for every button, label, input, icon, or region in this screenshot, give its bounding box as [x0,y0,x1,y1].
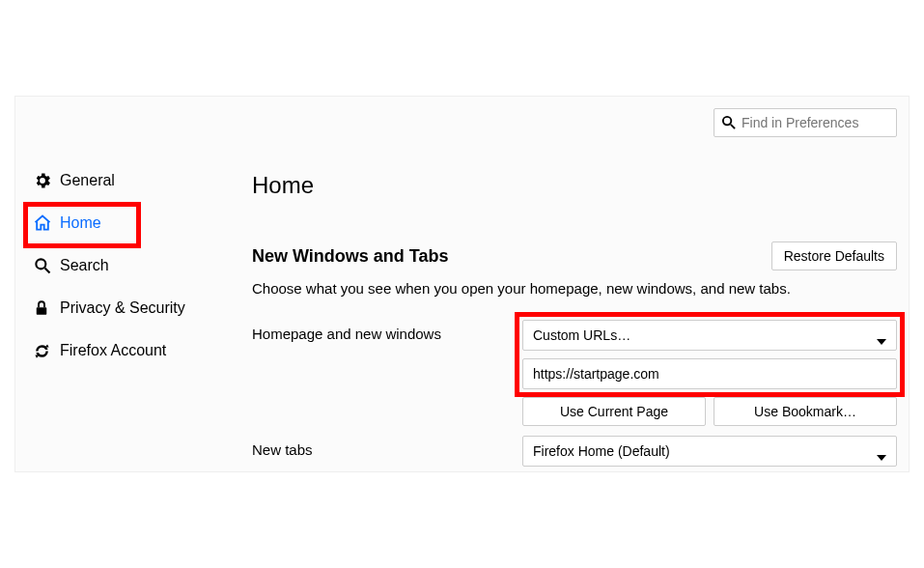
chevron-down-icon [877,332,886,348]
sidebar-item-label: Search [60,257,109,274]
section-heading: New Windows and Tabs [252,246,449,267]
sidebar-item-label: General [60,172,115,189]
use-bookmark-button[interactable]: Use Bookmark… [714,397,897,426]
sidebar-item-home[interactable]: Home [25,202,228,244]
lock-icon [33,299,60,317]
newtabs-label: New tabs [252,436,522,458]
restore-defaults-button[interactable]: Restore Defaults [771,241,897,270]
use-current-page-button[interactable]: Use Current Page [522,397,706,426]
sidebar-item-label: Home [60,214,101,232]
gear-icon [33,171,60,190]
homepage-url-input[interactable] [522,358,897,389]
homepage-select-value: Custom URLs… [533,327,630,343]
search-wrap [714,108,897,137]
search-icon [721,115,736,133]
preferences-panel: General Home Search Privacy & Security F… [14,96,910,472]
sync-icon [33,342,60,360]
sidebar-item-label: Firefox Account [60,342,166,359]
svg-point-0 [723,117,731,125]
newtabs-select-value: Firefox Home (Default) [533,443,670,459]
homepage-select[interactable]: Custom URLs… [522,320,897,351]
home-icon [33,213,60,233]
sidebar-item-search[interactable]: Search [25,244,228,287]
sidebar-item-privacy[interactable]: Privacy & Security [25,287,228,329]
main-content: Home New Windows and Tabs Restore Defaul… [252,172,897,474]
homepage-label: Homepage and new windows [252,320,522,342]
page-title: Home [252,172,897,199]
search-icon [33,256,60,275]
section-description: Choose what you see when you open your h… [252,280,897,297]
svg-line-1 [731,125,735,128]
chevron-down-icon [877,448,886,464]
sidebar-item-general[interactable]: General [25,159,228,202]
sidebar: General Home Search Privacy & Security F… [25,159,228,372]
sidebar-item-account[interactable]: Firefox Account [25,329,228,372]
svg-line-3 [45,269,50,273]
svg-point-2 [36,259,45,269]
newtabs-select[interactable]: Firefox Home (Default) [522,436,897,467]
svg-rect-4 [37,307,47,315]
search-input[interactable] [714,108,897,137]
sidebar-item-label: Privacy & Security [60,299,185,317]
